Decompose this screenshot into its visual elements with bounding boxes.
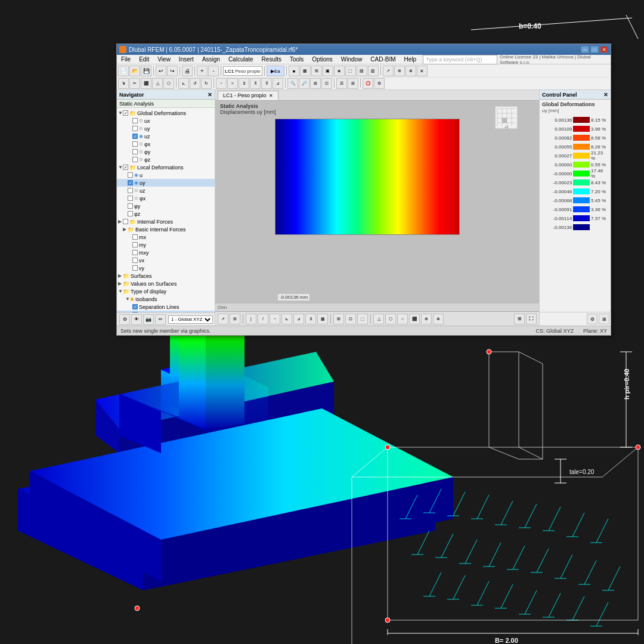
- menu-cad-bim[interactable]: CAD-BIM: [369, 56, 397, 63]
- tree-uy[interactable]: ⊙ uy: [117, 125, 215, 132]
- tb-b4[interactable]: ▣: [323, 66, 333, 76]
- cs-dropdown[interactable]: 1 - Global XYZ: [168, 315, 213, 324]
- check-global[interactable]: ✓: [123, 110, 128, 116]
- open-btn[interactable]: 📂: [129, 66, 140, 76]
- close-button[interactable]: ✕: [600, 46, 608, 53]
- tb2-b11[interactable]: ⊻: [239, 78, 249, 89]
- tb-b1[interactable]: ■: [289, 66, 299, 76]
- tb2-b16[interactable]: 🔎: [299, 78, 309, 89]
- tree-basic-int[interactable]: ▶ 📁 Basic Internal Forces: [117, 225, 215, 233]
- menu-edit[interactable]: Edit: [137, 56, 151, 63]
- tree-lphiz[interactable]: φz: [117, 210, 215, 218]
- calc-btn[interactable]: ▶Ea: [267, 66, 284, 76]
- zoom-out-btn[interactable]: -: [208, 66, 219, 76]
- new-btn[interactable]: 📄: [118, 66, 129, 76]
- zoom-in-btn[interactable]: +: [197, 66, 208, 76]
- tb2-b4[interactable]: △: [152, 78, 163, 89]
- tab-lc1[interactable]: LC1 - Peso propio ✕: [218, 91, 278, 100]
- disp-tb9[interactable]: ▦: [317, 314, 328, 324]
- check-lphiz[interactable]: [128, 211, 133, 216]
- disp-tb3[interactable]: |: [246, 314, 256, 324]
- check-vy[interactable]: [132, 265, 138, 271]
- tb-b3[interactable]: ⊞: [311, 66, 322, 76]
- menu-help[interactable]: Help: [402, 56, 419, 63]
- tb2-b15[interactable]: 🔍: [287, 78, 298, 89]
- menu-options[interactable]: Options: [310, 56, 334, 63]
- nav-eye-btn[interactable]: 👁: [131, 314, 142, 325]
- disp-tb10[interactable]: ⊞: [333, 314, 344, 324]
- disp-tb1[interactable]: ↗: [218, 314, 228, 324]
- menu-tools[interactable]: Tools: [288, 56, 305, 63]
- tb2-b21[interactable]: ⭕: [363, 78, 373, 89]
- disp-tb4[interactable]: /: [258, 314, 268, 324]
- cp-expand-btn[interactable]: ⊞: [599, 314, 609, 324]
- tree-luz[interactable]: ⊙ uz: [117, 187, 215, 194]
- check-lphix[interactable]: [128, 196, 133, 201]
- menu-results[interactable]: Results: [260, 56, 283, 63]
- tree-mxy[interactable]: mxy: [117, 249, 215, 256]
- tb2-b8[interactable]: ↻: [201, 78, 212, 89]
- tb2-b6[interactable]: ⊾: [178, 78, 189, 89]
- tb2-b3[interactable]: ⬛: [141, 78, 151, 89]
- check-phiz[interactable]: [132, 157, 138, 162]
- check-my[interactable]: [132, 242, 138, 247]
- tb-b9[interactable]: ↗: [383, 66, 394, 76]
- tb2-b13[interactable]: ⊽: [261, 78, 272, 89]
- tree-my[interactable]: my: [117, 241, 215, 249]
- check-ux[interactable]: [132, 118, 138, 123]
- tb-b10[interactable]: ⊕: [394, 66, 405, 76]
- tb2-b2[interactable]: ✏: [129, 78, 140, 89]
- disp-tb11[interactable]: ⊡: [345, 314, 356, 324]
- check-lu[interactable]: [128, 172, 133, 178]
- disp-tb2[interactable]: ⊞: [230, 314, 240, 324]
- disp-tb7[interactable]: ⊿: [293, 314, 304, 324]
- check-lphiy[interactable]: [128, 203, 133, 209]
- disp-tb-fullscreen[interactable]: ⛶: [526, 314, 537, 324]
- tb-b8[interactable]: ▥: [368, 66, 379, 76]
- check-uz[interactable]: ✓: [132, 134, 138, 139]
- nav-camera-btn[interactable]: 📷: [143, 314, 154, 325]
- disp-tb13[interactable]: △: [373, 314, 384, 324]
- check-uy[interactable]: [132, 126, 138, 131]
- tb2-b18[interactable]: ⊡: [321, 78, 332, 89]
- disp-tb18[interactable]: ⊗: [433, 314, 444, 324]
- tb2-b12[interactable]: ⊼: [250, 78, 261, 89]
- maximize-button[interactable]: □: [590, 46, 599, 53]
- disp-tb14[interactable]: ⬡: [385, 314, 396, 324]
- undo-btn[interactable]: ↩: [156, 66, 166, 76]
- minimize-button[interactable]: ─: [581, 46, 589, 53]
- cp-close-icon[interactable]: ✕: [603, 92, 608, 98]
- tree-ux[interactable]: ⊙ ux: [117, 117, 215, 125]
- lc-dropdown[interactable]: LC1 Peso propio: [223, 66, 262, 76]
- tree-values-on-surfaces[interactable]: ▶ 📁 Values on Surfaces: [117, 280, 215, 287]
- tree-phix[interactable]: ⊙ φx: [117, 140, 215, 148]
- redo-btn[interactable]: ↪: [167, 66, 178, 76]
- menu-assign[interactable]: Assign: [200, 56, 222, 63]
- tb-b2[interactable]: ▦: [300, 66, 311, 76]
- tb2-b1[interactable]: 🖱: [118, 78, 129, 89]
- tb2-b7[interactable]: ↺: [190, 78, 200, 89]
- search-box[interactable]: Type a keyword (Alt+Q): [423, 55, 497, 64]
- tree-lphix[interactable]: ⊙ φx: [117, 194, 215, 202]
- tree-lu[interactable]: ◉ u: [117, 171, 215, 179]
- tb-b12[interactable]: ✕: [417, 66, 428, 76]
- tree-surfaces[interactable]: ▶ 📁 Surfaces: [117, 272, 215, 280]
- tree-phiy[interactable]: ⊙ φy: [117, 148, 215, 156]
- tb2-b20[interactable]: ⊞: [348, 78, 358, 89]
- save-btn[interactable]: 💾: [141, 66, 151, 76]
- tb2-b10[interactable]: ≈: [227, 78, 238, 89]
- tree-vy[interactable]: vy: [117, 264, 215, 272]
- tb2-b22[interactable]: ⚙: [374, 78, 385, 89]
- tree-type-display[interactable]: ▼ 📁 Type of display: [117, 287, 215, 295]
- tree-isobands[interactable]: ▼ ◉ Isobands: [117, 295, 215, 303]
- check-sep-lines[interactable]: ✓: [132, 304, 138, 309]
- check-mxy[interactable]: [132, 250, 138, 255]
- menu-view[interactable]: View: [156, 56, 172, 63]
- disp-tb12[interactable]: ⬚: [357, 314, 368, 324]
- check-mx[interactable]: [132, 234, 138, 240]
- tree-phiz[interactable]: ⊙ φz: [117, 156, 215, 163]
- menu-window[interactable]: Window: [339, 56, 364, 63]
- tree-mx[interactable]: mx: [117, 233, 215, 241]
- tb-b6[interactable]: ⬚: [345, 66, 356, 76]
- tree-uz[interactable]: ✓ ◉ uz: [117, 132, 215, 140]
